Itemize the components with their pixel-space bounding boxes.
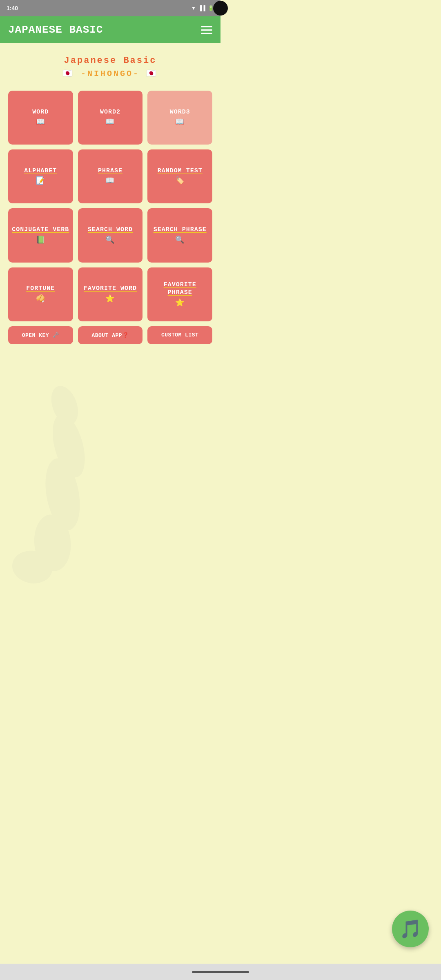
favorite-phrase-icon: ⭐ (175, 298, 185, 308)
conjugate-verb-label: CONJUGATE VERB (12, 226, 69, 234)
search-word-icon: 🔍 (105, 236, 115, 245)
word-button[interactable]: WORD 📖 (8, 91, 73, 145)
menu-button[interactable] (201, 26, 212, 34)
about-app-label: ABOUT APP❓ (91, 332, 129, 339)
word2-button[interactable]: WORD2 📖 (78, 91, 143, 145)
bottom-row: OPEN KEY 🗝️ ABOUT APP❓ CUSTOM LIST (8, 326, 212, 344)
search-word-label: SEARCH WORD (88, 226, 133, 234)
random-test-label: RANDOM TEST (158, 167, 203, 175)
conjugate-verb-icon: 📗 (36, 236, 45, 245)
search-word-button[interactable]: SEARCH WORD 🔍 (78, 208, 143, 262)
fortune-button[interactable]: FORTUNE 🥠 (8, 267, 73, 321)
alphabet-label: ALPHABET (24, 167, 57, 175)
word3-button[interactable]: WORD3 📖 (147, 91, 212, 145)
svg-point-4 (10, 548, 55, 586)
word-icon: 📖 (36, 118, 45, 127)
status-bar: 1:40 ▼ ▐▐ 🔋 (0, 0, 220, 16)
camera-cutout (213, 1, 220, 16)
word-label: WORD (32, 108, 49, 116)
fortune-label: FORTUNE (26, 285, 55, 293)
favorite-word-label: FAVORITE WORD (84, 285, 137, 293)
word2-icon: 📖 (105, 118, 115, 127)
fortune-icon: 🥠 (36, 294, 45, 304)
svg-point-3 (32, 513, 73, 572)
svg-point-2 (40, 456, 85, 533)
logo-title: Japanese Basic (62, 56, 158, 66)
wifi-icon: ▼ (191, 5, 196, 11)
logo-area: Japanese Basic 🇯🇵 -NIHONGO- 🇯🇵 (62, 56, 158, 78)
favorite-phrase-button[interactable]: FAVORITE PHRASE ⭐ (147, 267, 212, 321)
app-title: JAPANESE BASIC (8, 24, 103, 36)
status-time: 1:40 (7, 5, 18, 11)
open-key-button[interactable]: OPEN KEY 🗝️ (8, 326, 73, 344)
word2-label: WORD2 (100, 108, 120, 116)
random-test-button[interactable]: RANDOM TEST 🏷️ (147, 149, 212, 203)
word3-icon: 📖 (175, 118, 185, 127)
conjugate-verb-button[interactable]: CONJUGATE VERB 📗 (8, 208, 73, 262)
phrase-button[interactable]: PHRASE 📖 (78, 149, 143, 203)
favorite-word-icon: ⭐ (105, 294, 115, 304)
favorite-word-button[interactable]: FAVORITE WORD ⭐ (78, 267, 143, 321)
random-test-icon: 🏷️ (175, 176, 185, 186)
alphabet-icon: 📝 (36, 176, 45, 186)
phrase-label: PHRASE (98, 167, 122, 175)
phrase-icon: 📖 (105, 176, 115, 186)
button-grid: WORD 📖 WORD2 📖 WORD3 📖 ALPHABET 📝 PHRASE… (8, 91, 212, 321)
svg-point-0 (47, 382, 83, 428)
signal-icon: ▐▐ (198, 5, 205, 11)
word3-label: WORD3 (170, 108, 190, 116)
open-key-label: OPEN KEY 🗝️ (22, 332, 59, 339)
favorite-phrase-label: FAVORITE PHRASE (151, 281, 209, 297)
japan-map-background (0, 357, 121, 601)
logo-subtitle: 🇯🇵 -NIHONGO- 🇯🇵 (62, 68, 158, 78)
hamburger-line-3 (201, 33, 212, 34)
svg-point-1 (47, 411, 91, 481)
alphabet-button[interactable]: ALPHABET 📝 (8, 149, 73, 203)
about-app-button[interactable]: ABOUT APP❓ (78, 326, 143, 344)
search-phrase-label: SEARCH PHRASE (154, 226, 207, 234)
search-phrase-button[interactable]: SEARCH PHRASE 🔍 (147, 208, 212, 262)
custom-list-button[interactable]: CUSTOM LIST (147, 326, 212, 344)
status-icons: ▼ ▐▐ 🔋 (191, 5, 214, 11)
hamburger-line-1 (201, 26, 212, 27)
custom-list-label: CUSTOM LIST (161, 332, 198, 338)
search-phrase-icon: 🔍 (175, 236, 185, 245)
hamburger-line-2 (201, 29, 212, 31)
main-content: Japanese Basic 🇯🇵 -NIHONGO- 🇯🇵 WORD 📖 WO… (0, 43, 220, 601)
app-header: JAPANESE BASIC (0, 16, 220, 43)
